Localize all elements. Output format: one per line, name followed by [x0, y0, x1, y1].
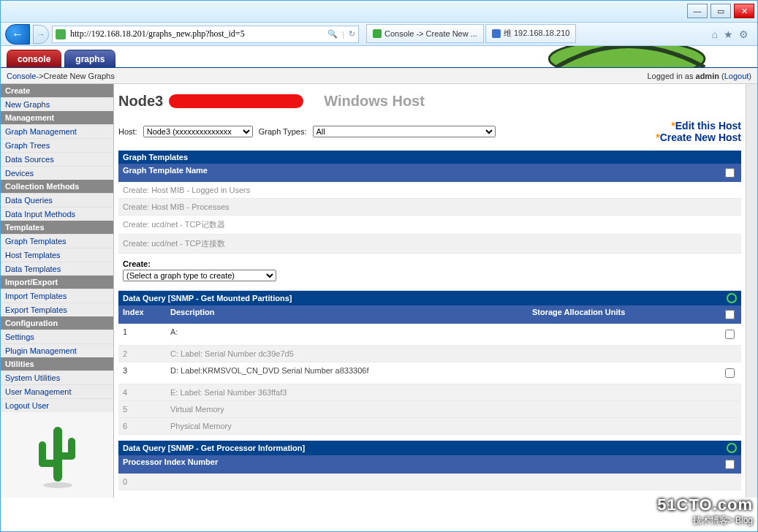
breadcrumb-console-link[interactable]: Console [7, 72, 36, 80]
sidebar-section-header: Templates [1, 221, 113, 234]
host-title: Node3 (xxxxxxxxxxxxxxx) Windows Host [118, 88, 741, 117]
nav-forward-button[interactable]: → [33, 25, 49, 44]
reload-icon[interactable] [727, 293, 737, 303]
tab-console[interactable]: console [7, 50, 61, 67]
dq-proc-header: Processor Index Number [118, 455, 741, 474]
host-select[interactable]: Node3 (xxxxxxxxxxxxxx [143, 126, 253, 137]
sidebar-item[interactable]: Settings [1, 330, 113, 343]
sidebar-item[interactable]: Host Templates [1, 248, 113, 262]
window-minimize-button[interactable]: — [687, 4, 708, 18]
host-name: Node3 [118, 93, 163, 110]
browser-toolbar: ← → 🔍 | ↻ Console -> Create New ... 维 19… [1, 23, 757, 46]
table-row: Create: ucd/net - TCP记数器 [118, 216, 741, 235]
search-icon[interactable]: 🔍 [327, 29, 338, 39]
host-quick-actions: *Edit this Host *Create New Host [656, 120, 741, 143]
sidebar-item[interactable]: Data Queries [1, 193, 113, 207]
sidebar-item[interactable]: Graph Management [1, 124, 113, 138]
select-all-checkbox[interactable] [725, 168, 735, 178]
cacti-header: console graphs [1, 46, 757, 68]
sidebar-item[interactable]: Export Templates [1, 303, 113, 316]
cacti-logo [1, 412, 113, 498]
section-graph-templates: Graph Templates [118, 151, 741, 164]
sidebar-section-header: Management [1, 111, 113, 124]
section-dq-partitions: Data Query [SNMP - Get Mounted Partition… [118, 291, 741, 305]
main-panel: Node3 (xxxxxxxxxxxxxxx) Windows Host Hos… [114, 84, 746, 498]
create-new-host-link[interactable]: *Create New Host [656, 132, 741, 143]
table-row: Create: Host MIB - Processes [118, 199, 741, 216]
table-row[interactable]: 4E: Label: Serial Number 363ffaf3 [118, 384, 741, 401]
row-checkbox[interactable] [725, 330, 735, 339]
select-all-checkbox[interactable] [725, 310, 735, 319]
sidebar-item[interactable]: Graph Templates [1, 234, 113, 248]
host-ip-redacted: (xxxxxxxxxxxxxxx) [170, 93, 302, 110]
svg-point-6 [43, 482, 72, 488]
reload-icon[interactable] [727, 443, 737, 453]
url-input[interactable] [69, 28, 323, 40]
table-row[interactable]: 1A: [118, 324, 741, 346]
table-row: Create: ucd/net - TCP连接数 [118, 235, 741, 254]
sidebar-section-header: Import/Export [1, 276, 113, 289]
sidebar-item[interactable]: Data Sources [1, 152, 113, 166]
sidebar-item[interactable]: User Management [1, 384, 113, 398]
cacti-banner [450, 46, 757, 67]
window-titlebar: — ▭ ✕ [1, 1, 757, 23]
sidebar-item[interactable]: New Graphs [1, 97, 113, 111]
host-label: Host: [118, 127, 137, 136]
sidebar-item[interactable]: System Utilities [1, 370, 113, 384]
nav-back-button[interactable]: ← [5, 24, 30, 45]
sidebar-section-header: Utilities [1, 357, 113, 370]
table-row[interactable]: 5Virtual Memory [118, 401, 741, 418]
login-info: Logged in as admin (Logout) [647, 72, 751, 80]
browser-tab[interactable]: 维 192.168.18.210 [485, 24, 577, 43]
dq-partitions-header: Index Description Storage Allocation Uni… [118, 305, 741, 324]
sidebar-item[interactable]: Logout User [1, 398, 113, 412]
host-control-row: Host: Node3 (xxxxxxxxxxxxxx Graph Types:… [118, 120, 741, 143]
favicon-icon [56, 29, 66, 39]
sidebar-item[interactable]: Devices [1, 166, 113, 180]
tab-graphs[interactable]: graphs [64, 50, 115, 67]
sidebar-item[interactable]: Graph Trees [1, 138, 113, 152]
refresh-icon[interactable]: ↻ [349, 29, 355, 39]
page-content: console graphs Console -> Create New Gra… [1, 46, 757, 531]
edit-host-link[interactable]: *Edit this Host [656, 120, 741, 132]
tab-favicon-icon [373, 29, 382, 38]
table-row[interactable]: 2C: Label: Serial Number dc39e7d5 [118, 346, 741, 362]
sidebar-section-header: Configuration [1, 316, 113, 330]
browser-window: — ▭ ✕ ← → 🔍 | ↻ Console -> Create New ..… [0, 0, 758, 532]
svg-rect-3 [39, 460, 57, 467]
section-dq-processor: Data Query [SNMP - Get Processor Informa… [118, 441, 741, 455]
sidebar-item[interactable]: Plugin Management [1, 343, 113, 357]
breadcrumb-current: Create New Graphs [43, 72, 114, 80]
host-type: Windows Host [324, 93, 425, 110]
table-row[interactable]: 6Physical Memory [118, 418, 741, 435]
table-row: Create: Host MIB - Logged in Users [118, 182, 741, 199]
tools-icon[interactable]: ⚙ [739, 28, 748, 40]
graph-types-select[interactable]: All [313, 126, 496, 137]
browser-tab[interactable]: Console -> Create New ... [366, 24, 484, 43]
select-all-checkbox[interactable] [725, 460, 735, 469]
window-maximize-button[interactable]: ▭ [710, 4, 731, 18]
tab-favicon-icon [492, 29, 501, 38]
sidebar-item[interactable]: Import Templates [1, 289, 113, 303]
sidebar-item[interactable]: Data Input Methods [1, 207, 113, 221]
favorites-icon[interactable]: ★ [724, 28, 733, 40]
graph-templates-header: Graph Template Name [118, 164, 741, 182]
create-graph-type-select[interactable]: (Select a graph type to create) [123, 270, 276, 281]
row-checkbox[interactable] [725, 368, 735, 378]
breadcrumb: Console -> Create New Graphs Logged in a… [1, 68, 757, 84]
sidebar: CreateNew GraphsManagementGraph Manageme… [1, 84, 114, 498]
home-icon[interactable]: ⌂ [712, 28, 718, 40]
svg-rect-5 [59, 452, 75, 460]
create-graph-row: Create: (Select a graph type to create) [118, 254, 741, 291]
logout-link[interactable]: Logout [724, 72, 749, 80]
address-bar[interactable]: 🔍 | ↻ [52, 26, 359, 43]
tab-title: 维 192.168.18.210 [504, 28, 570, 39]
sidebar-section-header: Collection Methods [1, 180, 113, 193]
create-label: Create: [123, 259, 737, 268]
scrollbar[interactable] [746, 84, 757, 498]
window-close-button[interactable]: ✕ [734, 4, 754, 18]
sidebar-item[interactable]: Data Templates [1, 262, 113, 276]
table-row[interactable]: 0 [118, 474, 741, 490]
table-row[interactable]: 3D: Label:KRMSVOL_CN_DVD Serial Number a… [118, 362, 741, 384]
sidebar-section-header: Create [1, 84, 113, 97]
